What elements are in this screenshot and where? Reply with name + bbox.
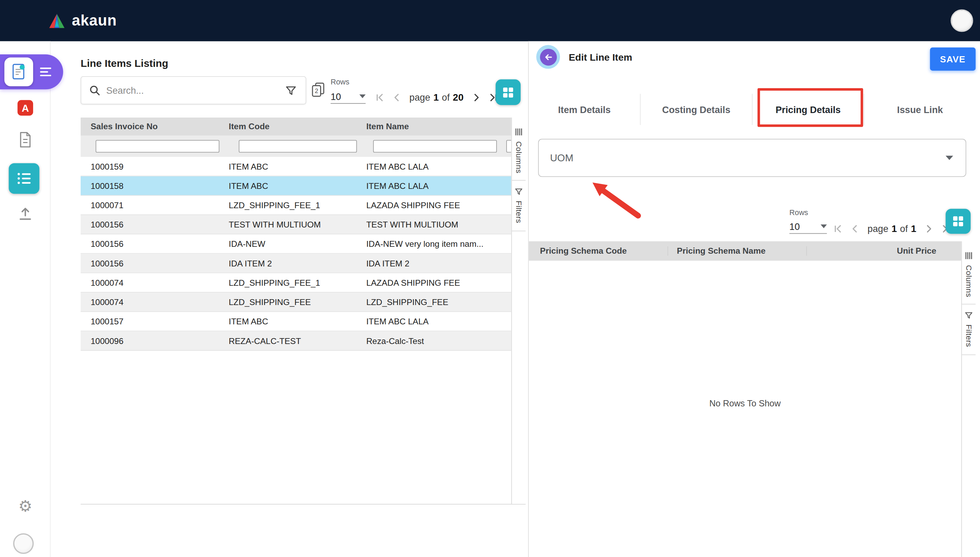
table-cell: 1000157 [81,317,219,326]
prev-page-icon [391,92,403,103]
line-items-table: Sales Invoice No Item Code Item Name 100… [81,117,525,505]
document-icon [18,131,33,148]
svg-text:2: 2 [315,88,319,94]
layout-grid-button[interactable] [946,209,971,234]
list-icon [16,172,32,185]
rows-label: Rows [330,78,349,86]
first-page-button[interactable] [832,223,844,235]
uom-select[interactable]: UOM [538,139,966,177]
column-header-pricing-schema-name[interactable]: Pricing Schema Name [668,246,806,256]
table-header-row: Pricing Schema Code Pricing Schema Name … [528,241,961,261]
tab-costing-details[interactable]: Costing Details [640,94,752,125]
grid-icon [952,215,964,228]
user-avatar[interactable] [951,9,973,32]
filters-toggle-label: Filters [964,325,973,347]
current-page: 1 [434,92,439,103]
column-header-pricing-schema-code[interactable]: Pricing Schema Code [528,246,668,256]
table-row[interactable]: 1000071LZD_SHIPPING_FEE_1LAZADA SHIPPING… [81,196,511,215]
rows-per-page-select[interactable]: 10 [790,220,827,234]
empty-message: No Rows To Show [709,398,780,557]
caret-down-icon [359,94,366,98]
strip-divider [962,304,975,305]
column-header-item-code[interactable]: Item Code [219,122,357,131]
search-input[interactable] [106,85,285,96]
column-header-item-name[interactable]: Item Name [357,122,503,131]
line-items-rows: 1000159ITEM ABCITEM ABC LALA1000158ITEM … [81,157,511,350]
filter-input-item-code[interactable] [239,140,357,152]
table-row[interactable]: 1000096REZA-CALC-TESTReza-Calc-Test [81,331,511,350]
next-page-button[interactable] [470,91,483,104]
sidebar-item-line-items-active[interactable] [9,163,39,194]
table-cell: TEST WITH MULTIUOM [357,220,503,229]
column-header-sales-invoice-no[interactable]: Sales Invoice No [81,122,219,131]
table-cell: LZD_SHIPPING_FEE_1 [219,278,357,287]
prev-page-button[interactable] [849,223,861,235]
strip-divider [512,231,525,231]
columns-panel-toggle[interactable]: Columns [514,127,523,173]
column-header-unit-price[interactable]: Unit Price [806,246,961,256]
gear-glyph: ⚙ [18,498,33,514]
next-page-icon [470,92,482,103]
next-page-icon [923,223,934,235]
pagination: page 1 of 1 [832,221,952,237]
table-cell: LAZADA SHIPPING FEE [357,200,503,210]
page-indicator: page 1 of 1 [868,223,917,235]
next-page-button[interactable] [923,223,935,235]
table-grid: Pricing Schema Code Pricing Schema Name … [528,241,961,557]
table-cell: LZD_SHIPPING_FEE_1 [219,200,357,210]
filters-panel-toggle[interactable]: Filters [514,188,523,224]
table-row[interactable]: 1000074LZD_SHIPPING_FEELZD_SHIPPING_FEE [81,293,511,312]
table-cell: 1000074 [81,297,219,306]
table-cell: IDA-NEW [219,239,357,249]
table-row[interactable]: 1000158ITEM ABCITEM ABC LALA [81,176,511,195]
table-cell: IDA ITEM 2 [357,259,503,268]
table-row[interactable]: 1000074LZD_SHIPPING_FEE_1LAZADA SHIPPING… [81,273,511,293]
table-cell: LAZADA SHIPPING FEE [357,278,503,287]
tab-issue-link[interactable]: Issue Link [864,94,976,125]
layout-grid-button[interactable] [496,79,521,105]
table-cell: LZD_SHIPPING_FEE [357,297,503,306]
table-cell: Reza-Calc-Test [357,336,503,345]
table-cell: TEST WITH MULTIUOM [219,220,357,229]
table-cell: ITEM ABC [219,162,357,171]
filter-input-partial[interactable] [506,140,511,152]
sidebar-item-documents[interactable] [0,131,50,148]
pagination: page 1 of 20 [374,89,499,106]
akaun-logo-icon [47,12,66,29]
table-row[interactable]: 1000156IDA ITEM 2IDA ITEM 2 [81,254,511,273]
table-cell: ITEM ABC [219,181,357,190]
filter-input-item-name[interactable] [373,140,497,152]
prev-page-button[interactable] [391,91,403,104]
top-navbar: akaun [0,0,980,41]
strip-divider [962,354,975,355]
total-pages: 20 [453,92,463,103]
back-button[interactable] [536,45,560,69]
of-word: of [900,223,908,234]
table-header-row: Sales Invoice No Item Code Item Name [81,117,511,136]
table-row[interactable]: 1000156IDA-NEWIDA-NEW very long item nam… [81,235,511,254]
table-cell: 1000156 [81,239,219,249]
rows-per-page-select[interactable]: 10 [330,89,366,104]
grid-icon [502,86,514,98]
columns-panel-toggle[interactable]: Columns [964,251,973,297]
filter-input-sales-invoice-no[interactable] [96,140,219,152]
first-page-button[interactable] [374,91,386,104]
table-side-strip: Columns Filters [511,117,526,504]
table-row[interactable]: 1000159ITEM ABCITEM ABC LALA [81,157,511,176]
save-button[interactable]: SAVE [930,47,975,71]
table-row[interactable]: 1000157ITEM ABCITEM ABC LALA [81,312,511,331]
sidebar-avatar[interactable] [13,533,34,554]
sidebar-item-pdf[interactable]: A [0,99,50,116]
brand-logo[interactable]: akaun [47,12,117,29]
module-switcher[interactable] [0,54,63,90]
invoice-module-icon [5,57,33,86]
tab-item-details[interactable]: Item Details [528,94,640,125]
tab-pricing-details[interactable]: Pricing Details [752,94,864,125]
table-row[interactable]: 1000156TEST WITH MULTIUOMTEST WITH MULTI… [81,215,511,235]
settings-gear-icon[interactable]: ⚙ [0,498,50,514]
columns-toggle-label: Columns [514,141,523,173]
page-title: Line Items Listing [81,57,168,69]
search-filter-icon[interactable] [285,85,297,96]
filters-panel-toggle[interactable]: Filters [964,311,973,347]
sidebar-item-upload[interactable] [0,207,50,222]
